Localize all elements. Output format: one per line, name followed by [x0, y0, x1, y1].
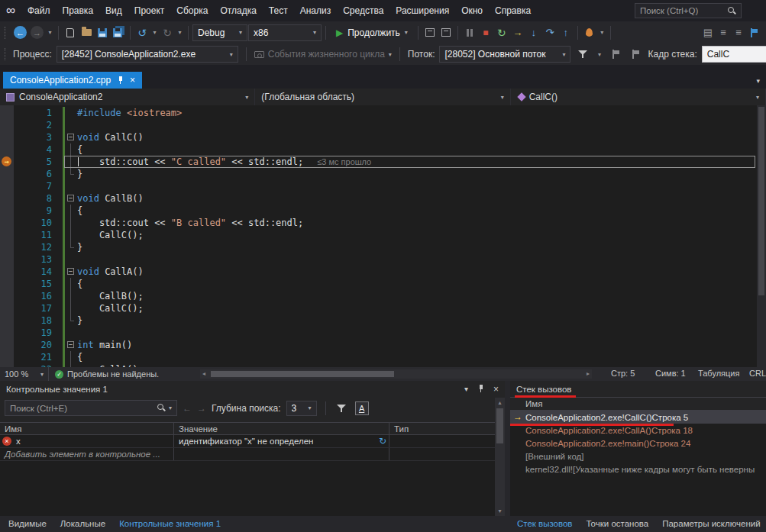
close-icon[interactable]: × [130, 76, 135, 85]
collapse-region-icon[interactable]: − [67, 341, 74, 348]
menu-item[interactable]: Средства [337, 0, 389, 21]
breakpoint-margin[interactable] [0, 119, 14, 131]
pin-icon[interactable] [477, 384, 484, 395]
scrollbar-thumb[interactable] [211, 371, 394, 377]
breakpoint-margin[interactable] [0, 168, 14, 180]
step-over-icon[interactable]: ↷ [542, 24, 558, 41]
collapse-region-icon[interactable]: − [67, 195, 74, 202]
fold-margin[interactable] [65, 314, 77, 327]
break-all-icon[interactable] [462, 24, 477, 41]
chevron-down-icon[interactable]: ▾ [176, 24, 184, 41]
diagnostics-window-icon[interactable] [438, 24, 454, 41]
breakpoint-margin[interactable] [0, 143, 14, 156]
stack-frame[interactable]: →ConsoleApplication2.exe!CallC()Строка 5 [510, 411, 766, 424]
breakpoint-margin[interactable] [0, 107, 14, 119]
match-case-button[interactable]: А [355, 401, 369, 415]
column-header-name[interactable]: Имя [0, 423, 174, 434]
prev-result-icon[interactable]: ← [183, 403, 192, 414]
code-editor[interactable]: 1#include <iostream>23−void CallC()4{→5 … [0, 105, 766, 367]
menu-item[interactable]: Вид [99, 0, 128, 21]
configuration-select[interactable]: Debug ▾ [192, 24, 247, 41]
column-header-type[interactable]: Тип [389, 423, 495, 434]
filter-icon[interactable] [335, 400, 350, 417]
navigate-forward-icon[interactable]: → [31, 26, 44, 39]
process-select[interactable]: [28452] ConsoleApplication2.exe ▾ [57, 46, 238, 63]
menu-item[interactable]: Отладка [214, 0, 262, 21]
scroll-up-icon[interactable]: ▴ [495, 399, 505, 406]
step-out-icon[interactable]: ↑ [558, 24, 574, 41]
fold-margin[interactable] [65, 229, 77, 241]
perf-tip[interactable]: ≤3 мс прошло [317, 157, 371, 166]
hot-reload-icon[interactable] [582, 24, 597, 41]
next-result-icon[interactable]: → [197, 403, 206, 414]
menu-item[interactable]: Сборка [170, 0, 214, 21]
tool-tab[interactable]: Контрольные значения 1 [112, 516, 228, 532]
fold-margin[interactable] [65, 180, 77, 192]
column-header-name[interactable]: Имя [510, 397, 766, 411]
project-dropdown[interactable]: ConsoleApplication2 ▾ [0, 89, 255, 105]
navigate-back-icon[interactable]: ← [14, 26, 27, 39]
flag-icon[interactable] [608, 46, 623, 63]
fold-margin[interactable] [65, 217, 77, 229]
pin-icon[interactable] [117, 76, 124, 85]
tab-list-chevron-icon[interactable]: ▾ [756, 77, 760, 85]
breakpoint-margin[interactable] [0, 290, 14, 302]
toolbar-grip[interactable] [5, 27, 8, 39]
search-icon[interactable] [157, 404, 166, 412]
watch-row[interactable]: Добавить элемент в контрольное ... [0, 448, 495, 461]
scrollbar-thumb[interactable] [496, 408, 503, 443]
indent-icon[interactable]: ≡ [731, 24, 746, 41]
document-tab[interactable]: ConsoleApplication2.cpp × [3, 72, 142, 89]
breakpoint-margin[interactable] [0, 278, 14, 290]
close-icon[interactable]: × [493, 384, 499, 395]
fold-margin[interactable] [65, 290, 77, 302]
bookmark-icon[interactable] [746, 24, 761, 41]
scrollbar-thumb[interactable] [758, 107, 764, 295]
refresh-icon[interactable]: ↻ [379, 436, 389, 447]
list-members-icon[interactable]: ≡ [716, 24, 731, 41]
fold-margin[interactable] [65, 241, 77, 253]
watch-scrollbar[interactable]: ▴ ▾ [495, 398, 505, 516]
thread-select[interactable]: [28052] Основной поток ▾ [439, 46, 570, 63]
editor-scrollbar[interactable] [757, 105, 766, 367]
collapse-region-icon[interactable]: − [67, 134, 74, 140]
breakpoint-margin[interactable] [0, 351, 14, 363]
redo-icon[interactable]: ↻ [160, 24, 175, 41]
breakpoint-margin[interactable] [0, 205, 14, 217]
breakpoint-margin[interactable] [0, 180, 14, 192]
stack-frame[interactable]: kernel32.dll![Указанные ниже кадры могут… [510, 463, 766, 476]
zoom-select[interactable]: 100 % ▾ [0, 367, 49, 381]
menu-item[interactable]: Окно [455, 0, 489, 21]
undo-icon[interactable]: ↺ [134, 24, 150, 41]
fold-margin[interactable]: − [65, 131, 77, 143]
document-outline-icon[interactable]: ▤ [700, 24, 716, 41]
search-depth-select[interactable]: 3 ▾ [286, 401, 317, 416]
fold-margin[interactable]: − [65, 192, 77, 205]
stop-debugging-icon[interactable]: ■ [478, 24, 493, 41]
watch-search-input[interactable]: Поиск (Ctrl+E) ▾ [5, 400, 177, 416]
breakpoint-margin[interactable] [0, 266, 14, 278]
breakpoint-margin[interactable] [0, 302, 14, 314]
stack-frame[interactable]: [Внешний код] [510, 450, 766, 463]
save-all-icon[interactable] [111, 24, 126, 41]
breakpoint-margin[interactable] [0, 314, 14, 327]
tool-tab[interactable]: Локальные [53, 516, 112, 532]
stack-frame[interactable]: ConsoleApplication2.exe!main()Строка 24 [510, 437, 766, 450]
fold-margin[interactable] [65, 119, 77, 131]
scroll-left-icon[interactable]: ◂ [202, 369, 205, 379]
chevron-down-icon[interactable]: ▾ [150, 24, 159, 41]
chevron-down-icon[interactable]: ▾ [169, 405, 172, 411]
menu-item[interactable]: Расширения [389, 0, 455, 21]
scroll-down-icon[interactable]: ▾ [495, 508, 505, 514]
window-position-icon[interactable]: ▾ [464, 385, 468, 393]
scope-dropdown[interactable]: (Глобальная область) ▾ [255, 89, 510, 105]
fold-margin[interactable] [65, 107, 77, 119]
menu-item[interactable]: Файл [21, 0, 57, 21]
stack-frame-select[interactable]: CallC ▾ [702, 46, 766, 63]
member-dropdown[interactable]: CallC() ▾ [511, 89, 766, 105]
collapse-region-icon[interactable]: − [67, 268, 74, 275]
menu-item[interactable]: Тест [263, 0, 294, 21]
breakpoint-margin[interactable] [0, 363, 14, 367]
fold-margin[interactable] [65, 327, 77, 339]
menu-item[interactable]: Анализ [294, 0, 338, 21]
